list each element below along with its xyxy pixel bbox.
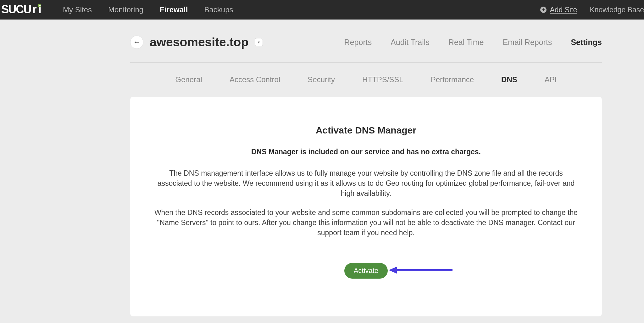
nav-firewall[interactable]: Firewall [160,5,188,14]
activate-row: Activate [152,263,580,279]
site-title-group: ← awesomesite.top ▾ [130,35,263,49]
page-tabs: Reports Audit Trails Real Time Email Rep… [344,38,602,47]
nav-my-sites[interactable]: My Sites [63,5,92,14]
site-name: awesomesite.top [150,35,248,49]
dns-manager-card: Activate DNS Manager DNS Manager is incl… [130,97,602,316]
svg-marker-5 [389,267,397,274]
activate-button[interactable]: Activate [344,263,388,279]
add-site-link[interactable]: + Add Site [540,6,577,14]
arrow-left-icon: ← [133,38,140,46]
tab-email-reports[interactable]: Email Reports [502,38,552,47]
settings-sub-tabs: General Access Control Security HTTPS/SS… [130,63,602,97]
tab-reports[interactable]: Reports [344,38,372,47]
primary-nav-items: My Sites Monitoring Firewall Backups [63,5,233,14]
svg-text:SUCU: SUCU [1,4,31,16]
subtab-access-control[interactable]: Access Control [230,75,280,84]
plus-icon: + [540,7,547,13]
tab-real-time[interactable]: Real Time [448,38,484,47]
card-title: Activate DNS Manager [152,125,580,136]
nav-right-group: + Add Site Knowledge Base [540,6,644,14]
svg-text:i: i [38,4,41,16]
subtab-performance[interactable]: Performance [431,75,474,84]
card-subtitle: DNS Manager is included on our service a… [152,148,580,156]
top-navigation: SUCU r i My Sites Monitoring Firewall Ba… [0,0,644,20]
knowledge-base-link[interactable]: Knowledge Base [590,6,644,14]
nav-monitoring[interactable]: Monitoring [108,5,143,14]
card-paragraph-1: The DNS management interface allows us t… [152,168,580,199]
arrow-annotation-icon [388,265,454,276]
site-dropdown-toggle[interactable]: ▾ [255,38,263,46]
subtab-security[interactable]: Security [308,75,335,84]
subtab-dns[interactable]: DNS [501,75,517,84]
nav-backups[interactable]: Backups [204,5,233,14]
card-paragraph-2: When the DNS records associated to your … [152,207,580,238]
tab-audit-trails[interactable]: Audit Trails [391,38,430,47]
brand-logo: SUCU r i [0,4,63,16]
back-button[interactable]: ← [130,36,143,49]
svg-text:r: r [32,4,37,16]
main-container: ← awesomesite.top ▾ Reports Audit Trails… [42,20,602,316]
page-header: ← awesomesite.top ▾ Reports Audit Trails… [130,35,602,63]
tab-settings[interactable]: Settings [571,38,602,47]
subtab-api[interactable]: API [545,75,557,84]
subtab-https-ssl[interactable]: HTTPS/SSL [362,75,403,84]
add-site-label: Add Site [550,6,577,14]
subtab-general[interactable]: General [175,75,202,84]
chevron-down-icon: ▾ [258,40,260,44]
